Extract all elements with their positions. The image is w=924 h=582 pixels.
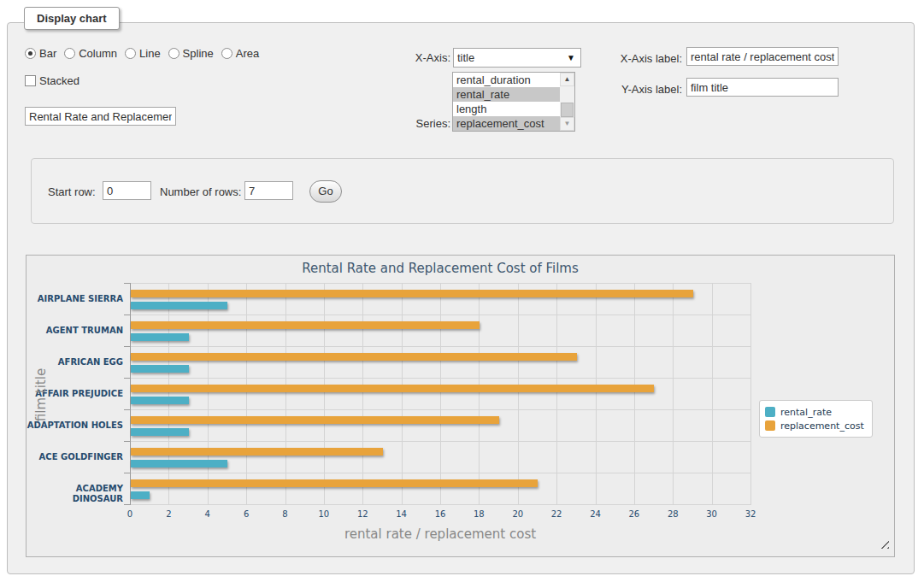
stacked-checkbox[interactable]	[25, 75, 36, 86]
radio-label: Area	[236, 47, 259, 60]
series-option-length[interactable]: length	[453, 102, 561, 116]
scroll-down-icon[interactable]: ▼	[560, 117, 574, 131]
gridline	[130, 346, 751, 347]
legend-swatch-icon	[765, 420, 775, 431]
radio-label: Line	[139, 47, 161, 60]
gridline	[440, 283, 441, 504]
x-tick-label: 20	[499, 509, 537, 519]
gridline	[362, 283, 363, 504]
series-option-replacement_cost[interactable]: replacement_cost	[453, 116, 561, 131]
chart-title: Rental Rate and Replacement Cost of Film…	[26, 261, 854, 276]
gridline	[285, 283, 286, 504]
y-axis-tick	[124, 346, 130, 347]
chart-type-radio-spline[interactable]: Spline	[168, 47, 214, 60]
gridline	[168, 283, 169, 504]
gridline	[130, 504, 751, 505]
go-button[interactable]: Go	[309, 180, 342, 203]
gridline	[596, 283, 597, 504]
bar-replacement_cost	[131, 290, 693, 297]
x-tick-label: 2	[150, 509, 187, 519]
bar-rental_rate	[131, 397, 189, 404]
radio-label: Spline	[183, 47, 214, 60]
radio-label: Bar	[39, 47, 56, 60]
chart-title-input[interactable]	[25, 107, 176, 126]
chart-x-axis-title: rental rate / replacement cost	[130, 526, 750, 542]
radio-icon[interactable]	[168, 48, 180, 59]
x-axis-label-input[interactable]	[686, 47, 839, 66]
y-axis-tick	[124, 409, 130, 410]
start-row-label: Start row:	[48, 185, 96, 198]
bar-rental_rate	[131, 428, 189, 436]
gridline	[208, 283, 209, 504]
gridline	[556, 283, 557, 504]
x-tick-label: 32	[732, 509, 769, 519]
series-scrollbar[interactable]: ▲ ▼	[560, 73, 574, 131]
gridline	[402, 283, 403, 504]
gridline	[673, 283, 674, 504]
series-option-rental_duration[interactable]: rental_duration	[453, 73, 561, 87]
x-tick-label: 28	[654, 509, 692, 519]
radio-icon[interactable]	[64, 48, 75, 59]
chart-type-radio-group: BarColumnLineSplineArea	[25, 47, 267, 60]
gridline	[130, 378, 751, 379]
series-options: rental_durationrental_ratelengthreplacem…	[453, 73, 574, 131]
x-tick-label: 30	[693, 509, 731, 519]
radio-icon[interactable]	[125, 48, 136, 59]
gridline	[130, 315, 751, 315]
gridline	[750, 283, 751, 504]
y-axis-tick	[124, 473, 130, 473]
chevron-down-icon: ▼	[567, 49, 575, 67]
fieldset-legend-title: Display chart	[24, 7, 120, 30]
bar-replacement_cost	[131, 353, 577, 361]
y-axis-tick	[124, 441, 130, 442]
x-tick-label: 16	[421, 509, 459, 519]
radio-icon[interactable]	[25, 48, 36, 59]
legend-label: replacement_cost	[780, 420, 864, 432]
num-rows-input[interactable]	[244, 181, 293, 200]
bar-replacement_cost	[131, 385, 654, 392]
start-row-input[interactable]	[103, 181, 151, 200]
y-axis-tick	[124, 315, 130, 315]
resize-grip-icon[interactable]	[880, 539, 889, 549]
y-axis-tick	[124, 283, 130, 284]
radio-icon[interactable]	[221, 48, 232, 59]
chart-type-radio-bar[interactable]: Bar	[25, 47, 56, 60]
stacked-checkbox-row[interactable]: Stacked	[25, 74, 79, 87]
x-tick-label: 24	[577, 509, 615, 519]
chart-y-axis-title: film title	[33, 285, 47, 506]
bar-replacement_cost	[131, 321, 480, 329]
x-tick-label: 12	[344, 509, 381, 519]
gridline	[130, 409, 751, 410]
x-axis-label-field-label: X-Axis label:	[609, 52, 682, 65]
gridline	[479, 283, 480, 504]
chart-type-radio-line[interactable]: Line	[125, 47, 161, 60]
legend-item-replacement_cost[interactable]: replacement_cost	[765, 419, 864, 432]
y-axis-label-field-label: Y-Axis label:	[609, 83, 682, 96]
gridline	[130, 473, 751, 473]
series-option-rental_rate[interactable]: rental_rate	[453, 87, 561, 102]
bar-rental_rate	[131, 302, 227, 309]
num-rows-label: Number of rows:	[160, 185, 241, 198]
gridline	[130, 441, 751, 442]
x-axis-select[interactable]: title ▼	[453, 48, 581, 68]
bar-rental_rate	[131, 365, 189, 373]
legend-swatch-icon	[765, 407, 775, 417]
bar-rental_rate	[131, 491, 150, 499]
y-axis-label-input[interactable]	[686, 78, 839, 97]
x-axis-select-label: X-Axis:	[389, 51, 450, 64]
y-axis-tick	[124, 378, 130, 379]
scroll-up-icon[interactable]: ▲	[560, 73, 574, 86]
y-axis-tick	[124, 504, 130, 505]
bar-replacement_cost	[131, 479, 538, 487]
chart-legend: rental_ratereplacement_cost	[759, 400, 873, 438]
x-tick-label: 14	[383, 509, 421, 519]
series-listbox[interactable]: rental_durationrental_ratelengthreplacem…	[452, 72, 575, 132]
y-axis-line	[130, 283, 131, 505]
x-tick-label: 0	[111, 509, 149, 519]
chart-type-radio-area[interactable]: Area	[221, 47, 259, 60]
chart-type-radio-column[interactable]: Column	[64, 47, 117, 60]
legend-item-rental_rate[interactable]: rental_rate	[765, 405, 864, 419]
x-tick-label: 26	[615, 509, 653, 519]
scrollbar-thumb[interactable]	[561, 103, 574, 117]
gridline	[518, 283, 519, 504]
